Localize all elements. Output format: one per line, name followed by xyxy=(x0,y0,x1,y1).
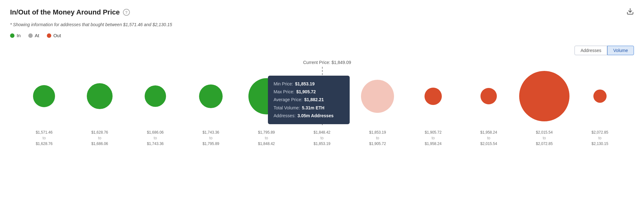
bubble-col-9 xyxy=(517,71,572,121)
bubble-3 xyxy=(199,84,223,108)
bubble-col-10 xyxy=(572,90,628,103)
x-label-4: $1,795.89to$1,848.42 xyxy=(239,130,294,147)
legend-label-in: In xyxy=(17,33,21,38)
x-label-10: $2,072.85to$2,130.15 xyxy=(572,130,628,147)
toggle-buttons: Addresses Volume xyxy=(575,46,634,55)
bubble-0 xyxy=(33,85,55,107)
bubble-col-5 xyxy=(294,89,350,104)
x-label-5: $1,848.42to$1,853.19 xyxy=(294,130,350,147)
legend-in: In xyxy=(10,33,21,38)
help-icon[interactable]: ? xyxy=(123,9,130,16)
bubble-2 xyxy=(145,85,166,107)
legend-label-at: At xyxy=(35,33,39,38)
x-label-2: $1,686.06to$1,743.36 xyxy=(127,130,183,147)
bubble-col-1 xyxy=(72,83,128,109)
bubble-6 xyxy=(361,80,394,113)
bubble-7 xyxy=(425,88,442,105)
legend-out: Out xyxy=(47,33,61,38)
legend-dot-in xyxy=(10,33,14,38)
x-label-8: $1,958.24to$2,015.54 xyxy=(461,130,517,147)
bubble-col-3 xyxy=(183,84,239,108)
x-axis-row: $1,571.46to$1,628.76$1,628.76to$1,686.06… xyxy=(10,130,634,147)
legend-dot-out xyxy=(47,33,51,38)
bubbles-row xyxy=(10,61,634,131)
bubble-col-2 xyxy=(127,85,183,107)
legend-label-out: Out xyxy=(53,33,61,38)
page-title: In/Out of the Money Around Price xyxy=(10,8,120,16)
bubble-col-8 xyxy=(461,88,517,104)
subtitle: * Showing information for addresses that… xyxy=(10,22,634,27)
bubble-5 xyxy=(314,89,330,104)
bubble-8 xyxy=(480,88,497,104)
x-label-3: $1,743.36to$1,795.89 xyxy=(183,130,239,147)
toggle-volume[interactable]: Volume xyxy=(607,46,634,55)
download-icon[interactable] xyxy=(626,8,634,17)
legend-dot-at xyxy=(28,33,33,38)
chart-area: Addresses Volume Current Price: $1,849.0… xyxy=(10,46,634,147)
bubble-col-6 xyxy=(350,80,405,113)
x-label-9: $2,015.54to$2,072.85 xyxy=(517,130,572,147)
bubble-10 xyxy=(593,90,607,103)
bubble-col-4 xyxy=(239,78,294,114)
x-label-6: $1,853.19to$1,905.72 xyxy=(350,130,405,147)
bubble-4 xyxy=(248,78,285,114)
legend-at: At xyxy=(28,33,39,38)
legend-row: In At Out xyxy=(10,33,634,38)
x-label-7: $1,905.72to$1,958.24 xyxy=(405,130,461,147)
x-label-1: $1,628.76to$1,686.06 xyxy=(72,130,128,147)
bubble-1 xyxy=(87,83,113,109)
header-row: In/Out of the Money Around Price ? xyxy=(10,8,634,17)
bubble-col-7 xyxy=(405,88,461,105)
title-area: In/Out of the Money Around Price ? xyxy=(10,8,130,16)
bubble-9 xyxy=(519,71,569,121)
x-label-0: $1,571.46to$1,628.76 xyxy=(16,130,72,147)
toggle-addresses[interactable]: Addresses xyxy=(575,46,607,55)
bubble-col-0 xyxy=(16,85,72,107)
